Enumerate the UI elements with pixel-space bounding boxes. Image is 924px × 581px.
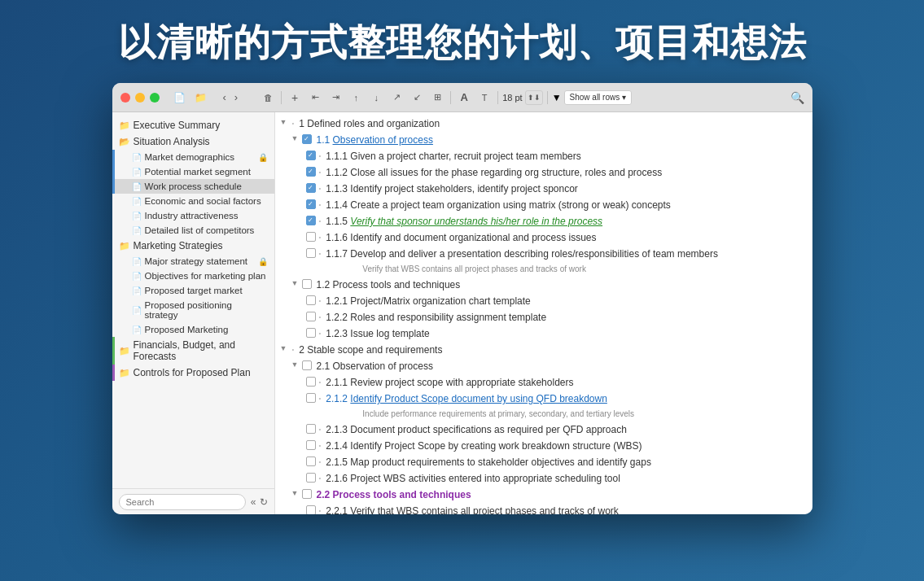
- outline-item-1.2.2: •1.2.2 Roles and responsibility assignme…: [275, 309, 812, 325]
- outline-item-1.1: ▼✓1.1 Observation of process: [275, 132, 812, 148]
- checkbox-unchecked[interactable]: [306, 377, 316, 387]
- outline-item-1.2.1: •1.2.1 Project/Matrix organization chart…: [275, 293, 812, 309]
- outline-item-2.1.1: •2.1.1 Review project scope with appropr…: [275, 374, 812, 391]
- sidebar-item-work-process[interactable]: 📄 Work process schedule: [112, 179, 274, 194]
- purple-accent-bar: [112, 365, 115, 381]
- checkbox-unchecked[interactable]: [302, 489, 312, 499]
- minimize-button[interactable]: [135, 93, 145, 103]
- font-a-btn[interactable]: A: [455, 90, 473, 106]
- item-text: 1.1.7 Develop and deliver a presentation…: [326, 247, 807, 276]
- checkbox-unchecked[interactable]: [306, 424, 316, 434]
- checkbox-checked[interactable]: ✓: [306, 183, 316, 193]
- checkbox-unchecked[interactable]: [306, 440, 316, 450]
- doc-icon10: 📄: [132, 306, 142, 315]
- folder-icon[interactable]: 📁: [192, 90, 210, 106]
- checkbox-unchecked[interactable]: [306, 505, 316, 514]
- sidebar-item-economic[interactable]: 📄 Economic and social factors: [112, 194, 274, 208]
- move-down-btn[interactable]: ↓: [367, 90, 385, 106]
- doc-icon8: 📄: [132, 272, 142, 281]
- item-text: 2.1.1 Review project scope with appropri…: [326, 375, 807, 390]
- lock-icon: 🔒: [258, 153, 268, 162]
- sidebar-item-competitors[interactable]: 📄 Detailed list of competitors: [112, 223, 274, 238]
- bullet-dot: •: [319, 506, 322, 514]
- toggle-arrow[interactable]: ▼: [291, 278, 300, 290]
- doc-icon11: 📄: [132, 325, 142, 334]
- folder-closed3-icon: 📁: [119, 346, 130, 356]
- bullet-dot: •: [319, 249, 322, 259]
- forward-button[interactable]: ›: [231, 90, 241, 105]
- sidebar-item-major-strategy[interactable]: 📄 Major strategy statement 🔒: [112, 254, 274, 269]
- checkbox-unchecked[interactable]: [306, 328, 316, 338]
- promote-btn[interactable]: ↗: [388, 90, 405, 106]
- checkbox-checked[interactable]: ✓: [302, 134, 312, 144]
- bullet-dot: •: [319, 200, 322, 210]
- indent-left-btn[interactable]: ⇤: [306, 90, 324, 106]
- checkbox-unchecked[interactable]: [306, 456, 316, 466]
- indent-right-btn[interactable]: ⇥: [326, 90, 344, 106]
- checkbox-unchecked[interactable]: [302, 279, 312, 289]
- green-accent-bar: [112, 337, 115, 365]
- toggle-arrow[interactable]: ▼: [291, 133, 300, 145]
- sidebar: 📁 Executive Summary 📂 Situation Analysis…: [112, 112, 275, 514]
- checkbox-unchecked[interactable]: [306, 248, 316, 258]
- checkbox-unchecked[interactable]: [306, 393, 316, 403]
- toggle-arrow[interactable]: ▼: [291, 360, 300, 371]
- search-input[interactable]: [119, 494, 246, 510]
- sidebar-item-potential-market[interactable]: 📄 Potential market segment: [112, 164, 274, 179]
- grid-btn[interactable]: ⊞: [428, 90, 446, 106]
- close-button[interactable]: [120, 93, 130, 103]
- item-text: 2 Stable scope and requirements: [299, 343, 807, 357]
- delete-button[interactable]: 🗑: [259, 90, 277, 106]
- bullet-dot: •: [319, 168, 322, 177]
- sidebar-item-proposed-target[interactable]: 📄 Proposed target market: [112, 283, 274, 298]
- checkbox-unchecked[interactable]: [306, 295, 316, 305]
- item-text: 2.1 Observation of process: [317, 359, 808, 374]
- bullet-dot: •: [319, 312, 322, 322]
- sidebar-item-proposed-marketing[interactable]: 📄 Proposed Marketing: [112, 322, 274, 337]
- doc-icon: 📄: [132, 153, 142, 162]
- outline-item-2.1.3: •2.1.3 Document product specifications a…: [275, 422, 812, 438]
- item-text: 1.1.1 Given a project charter, recruit p…: [326, 149, 807, 164]
- checkbox-unchecked[interactable]: [306, 473, 316, 483]
- back-button[interactable]: ‹: [220, 90, 230, 105]
- font-t-btn[interactable]: T: [475, 90, 493, 106]
- sidebar-item-proposed-positioning[interactable]: 📄 Proposed positioning strategy: [112, 298, 274, 322]
- sidebar-item-situation-analysis[interactable]: 📂 Situation Analysis: [112, 133, 274, 150]
- toggle-arrow[interactable]: ▼: [291, 488, 300, 500]
- sidebar-item-market-demographics[interactable]: 📄 Market demographics 🔒: [112, 150, 274, 164]
- blue-accent-bar: [112, 150, 115, 164]
- search-button[interactable]: 🔍: [790, 91, 804, 104]
- move-up-btn[interactable]: ↑: [347, 90, 365, 106]
- sidebar-item-marketing-strategies[interactable]: 📁 Marketing Strategies: [112, 238, 274, 254]
- refresh-btn[interactable]: ↻: [260, 496, 268, 508]
- sidebar-item-financials[interactable]: 📁 Financials, Budget, and Forecasts: [112, 337, 274, 365]
- new-doc-icon[interactable]: 📄: [171, 90, 189, 106]
- blue-accent-bar2: [112, 164, 115, 179]
- sidebar-item-controls[interactable]: 📁 Controls for Proposed Plan: [112, 365, 274, 381]
- sidebar-item-executive-summary[interactable]: 📁 Executive Summary: [112, 117, 274, 133]
- checkbox-unchecked[interactable]: [306, 312, 316, 321]
- bullet-dot2: •: [292, 119, 295, 129]
- outline-item-2.1.5: •2.1.5 Map product requirements to stake…: [275, 454, 812, 470]
- checkbox-checked[interactable]: ✓: [306, 167, 316, 177]
- item-text: 1.2.1 Project/Matrix organization chart …: [326, 294, 807, 308]
- checkbox-checked[interactable]: ✓: [306, 199, 316, 209]
- sidebar-item-industry[interactable]: 📄 Industry attractiveness: [112, 208, 274, 223]
- bullet-dot: •: [319, 425, 322, 435]
- checkbox-checked[interactable]: ✓: [306, 216, 316, 225]
- toggle-arrow[interactable]: ▼: [280, 117, 288, 129]
- pt-stepper[interactable]: ⬆⬇: [525, 90, 543, 105]
- checkbox-unchecked[interactable]: [306, 232, 316, 242]
- checkbox-unchecked[interactable]: [302, 360, 312, 370]
- demote-btn[interactable]: ↙: [408, 90, 426, 106]
- checkbox-checked[interactable]: ✓: [306, 151, 316, 160]
- folder-open-icon: 📂: [119, 137, 130, 147]
- maximize-button[interactable]: [150, 93, 160, 103]
- outline-item-2.2.1: •2.2.1 Verify that WBS contains all proj…: [275, 503, 812, 514]
- collapse-all-btn[interactable]: «: [251, 496, 256, 508]
- sidebar-item-objectives[interactable]: 📄 Objectives for marketing plan: [112, 269, 274, 283]
- toggle-arrow[interactable]: ▼: [280, 343, 288, 355]
- outline-item-2.1: ▼2.1 Observation of process: [275, 358, 812, 374]
- add-row-btn[interactable]: +: [286, 90, 304, 106]
- filter-select[interactable]: Show all rows ▾: [564, 90, 633, 105]
